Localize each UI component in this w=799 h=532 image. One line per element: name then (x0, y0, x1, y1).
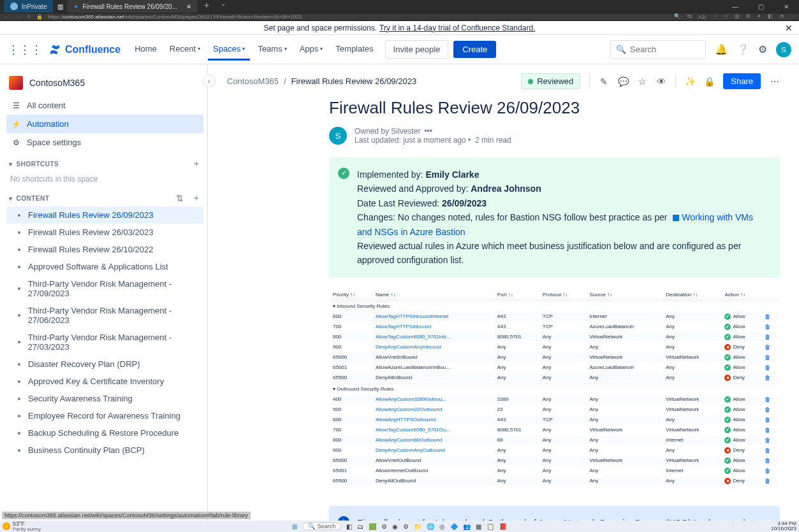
app-icon[interactable]: ⚙ (381, 523, 387, 530)
sidebar-settings[interactable]: ⚙Space settings (6, 133, 203, 152)
forward-button[interactable]: → (15, 14, 20, 20)
banner-close-icon[interactable]: ✕ (785, 23, 793, 33)
settings-gear-icon[interactable]: ⚙ (758, 43, 767, 55)
comment-icon[interactable]: 💬 (618, 76, 628, 87)
split-icon[interactable]: ▥ (735, 13, 740, 20)
cell-name[interactable]: AllowTagHTTPSInboundInternet (373, 312, 494, 321)
collections-icon[interactable]: ⊞ (746, 13, 751, 20)
browser-tab[interactable]: ✦Firewall Rules Review 26/09/20...✕ (67, 0, 197, 13)
cell-name[interactable]: AllowAnyCustom80Outbound (373, 436, 494, 445)
delete-rule-icon[interactable]: 🗑 (762, 373, 779, 382)
tree-item[interactable]: Third-Party Vendor Risk Management - 27/… (6, 329, 203, 356)
content-section[interactable]: ▾CONTENT⇅＋ (6, 186, 203, 206)
create-button[interactable]: Create (453, 41, 496, 58)
delete-rule-icon[interactable]: 🗑 (762, 395, 779, 404)
add-content-button[interactable]: ＋ (192, 192, 202, 204)
nav-teams[interactable]: Teams▾ (253, 39, 291, 61)
inprivate-badge[interactable]: InPrivate (4, 0, 53, 13)
profile-icon[interactable]: ◔ (779, 13, 784, 20)
col-header[interactable]: Name ↑↓ (373, 291, 494, 299)
app-icon[interactable]: 📕 (499, 523, 507, 530)
tree-item[interactable]: Approved Software & Applications List (6, 258, 203, 275)
cell-name[interactable]: AllowTagCustom8080_5701Ou... (373, 426, 494, 435)
watch-icon[interactable]: 👁 (656, 76, 666, 87)
shortcuts-section[interactable]: ▾SHORTCUTS＋ (6, 152, 203, 172)
close-tab-icon[interactable]: ✕ (186, 3, 191, 10)
app-icon[interactable]: ▦ (476, 523, 481, 530)
tab-overflow-button[interactable]: ⌄ (216, 0, 231, 13)
maximize-button[interactable]: ▢ (748, 3, 773, 10)
taskbar-search[interactable]: 🔍 Search (302, 522, 342, 530)
table-group-row[interactable]: ▾ Inbound Security Rules (330, 301, 779, 311)
delete-rule-icon[interactable]: 🗑 (762, 415, 779, 424)
col-header[interactable]: Protocol ↑↓ (540, 291, 586, 299)
col-header[interactable]: Priority ↑↓ (330, 291, 372, 299)
app-switcher-icon[interactable]: ⋮⋮⋮ (8, 43, 42, 57)
teams-icon[interactable]: 👥 (463, 523, 471, 530)
delete-rule-icon[interactable]: 🗑 (762, 405, 779, 414)
workspace-switcher[interactable]: ▥ (54, 0, 66, 13)
col-header[interactable]: Destination ↑↓ (663, 291, 721, 299)
status-badge[interactable]: Reviewed (521, 73, 580, 89)
cell-name[interactable]: AllowTagCustom8080_5701Inb... (373, 333, 494, 341)
col-header[interactable]: Source ↑↓ (587, 291, 662, 299)
chrome-icon[interactable]: ◎ (439, 523, 445, 530)
app-icon[interactable]: ⚙ (403, 523, 409, 530)
ext2-icon[interactable]: ◧ (768, 13, 773, 20)
sidebar-automation[interactable]: ⚡Automation (6, 115, 203, 133)
owner-more-icon[interactable]: ••• (424, 127, 432, 136)
site-info-icon[interactable]: 🔒 (36, 14, 43, 20)
taskbar-weather[interactable]: 53°FPartly sunny (3, 521, 41, 532)
tree-item[interactable]: Firewall Rules Review 26/10/2022 (6, 241, 203, 258)
app-icon[interactable]: 🔷 (450, 523, 458, 530)
edit-icon[interactable]: ✎ (599, 76, 609, 87)
delete-rule-icon[interactable]: 🗑 (762, 343, 779, 352)
tree-item[interactable]: Business Continuity Plan (BCP) (6, 442, 203, 459)
tree-item[interactable]: Approved Key & Certificate Inventory (6, 373, 203, 390)
cell-name[interactable]: DenyAnyCustomAnyInbound (373, 343, 494, 352)
ai-icon[interactable]: ✨ (685, 76, 695, 87)
more-actions-icon[interactable]: ⋯ (770, 76, 780, 87)
delete-rule-icon[interactable]: 🗑 (762, 322, 779, 331)
delete-rule-icon[interactable]: 🗑 (762, 466, 779, 475)
nav-home[interactable]: Home (129, 39, 162, 61)
tree-item[interactable]: Firewall Rules Review 26/03/2023 (6, 224, 203, 241)
sidebar-allcontent[interactable]: ☰All content (6, 96, 203, 115)
app-icon[interactable]: ◉ (392, 523, 398, 530)
nav-apps[interactable]: Apps▾ (295, 39, 328, 61)
delete-rule-icon[interactable]: 🗑 (762, 363, 779, 372)
delete-rule-icon[interactable]: 🗑 (762, 333, 779, 341)
minimize-button[interactable]: — (722, 3, 748, 10)
edge-icon[interactable]: 🌐 (427, 523, 434, 530)
cell-name[interactable]: AllowAnyCustom22Outbound (373, 405, 494, 414)
tree-item[interactable]: Third-Party Vendor Risk Management - 27/… (6, 302, 203, 329)
back-button[interactable]: ← (4, 14, 9, 20)
nav-spaces[interactable]: Spaces▾ (208, 39, 250, 61)
delete-rule-icon[interactable]: 🗑 (762, 446, 779, 455)
invite-button[interactable]: Invite people (385, 40, 449, 59)
filter-icon[interactable]: ⇅ (176, 193, 184, 203)
nav-recent[interactable]: Recent▾ (165, 39, 205, 61)
url-field[interactable]: https://contosom365.atlassian.net/wiki/s… (48, 14, 669, 20)
tree-item[interactable]: Disaster Recovery Plan (DRP) (6, 356, 203, 373)
breadcrumb-root[interactable]: ContosoM365 (227, 76, 279, 86)
app-icon[interactable]: 🗂 (357, 523, 363, 530)
collapse-sidebar-button[interactable]: ‹ (203, 75, 208, 87)
share-button[interactable]: Share (723, 73, 761, 89)
space-header[interactable]: ContosoM365 (6, 73, 203, 96)
tree-item[interactable]: Firewall Rules Review 26/09/2023 (6, 206, 203, 224)
more-icon[interactable]: ⋯ (790, 13, 795, 20)
search-input[interactable] (630, 45, 694, 54)
cell-name[interactable]: DenyAnyCustomAnyOutbound (373, 446, 494, 455)
read-aloud-icon[interactable]: Aあ (698, 13, 707, 20)
owner-avatar[interactable]: S (329, 127, 347, 145)
cell-name[interactable]: AllowTagHTTPSInbound (373, 322, 494, 331)
delete-rule-icon[interactable]: 🗑 (762, 456, 779, 465)
app-icon[interactable]: 🟩 (369, 523, 376, 530)
banner-link[interactable]: Try it in a 14-day trial of Confluence S… (379, 24, 535, 32)
tree-item[interactable]: Backup Scheduling & Restore Procedure (6, 424, 203, 442)
refresh-button[interactable]: ⟳ (27, 14, 31, 20)
tree-item[interactable]: Third-Party Vendor Risk Management - 27/… (6, 275, 203, 302)
cell-name[interactable]: AllowAnyHTTPSOutbound (373, 415, 494, 424)
shopping-icon[interactable]: 🛍 (687, 13, 692, 20)
